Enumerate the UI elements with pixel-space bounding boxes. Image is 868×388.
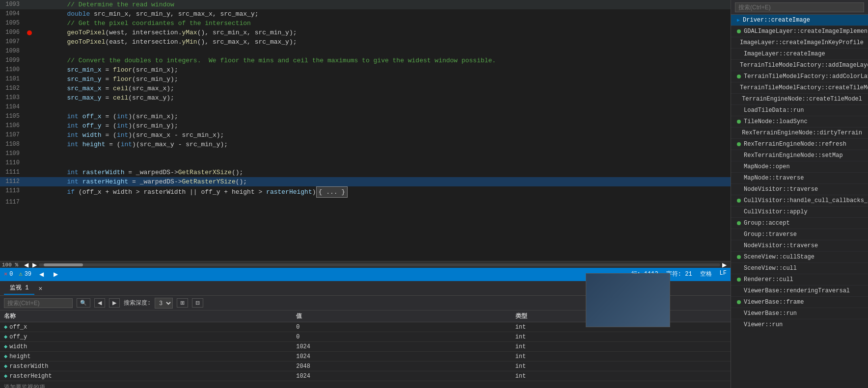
code-line: 1096 geoToPixel(west, intersection.yMax(… — [0, 28, 731, 37]
line-gutter — [25, 186, 34, 198]
callstack-item[interactable]: CullVisitor::apply — [731, 207, 868, 218]
watch-name: ◆height — [0, 352, 292, 362]
watch-value: 0 — [292, 322, 511, 332]
callstack-item[interactable]: RexTerrainEngineNode::dirtyTerrain — [731, 128, 868, 139]
watch-tab-1[interactable]: 监视 1 — [4, 282, 34, 295]
green-dot-indicator — [737, 300, 741, 304]
line-content: geoToPixel(east, intersection.yMin(), sr… — [34, 37, 731, 47]
line-content: src_max_y = ceil(src_max_y); — [34, 93, 731, 103]
watch-row[interactable]: ◆rasterWidth 2048 int — [0, 362, 731, 371]
line-gutter — [25, 28, 34, 37]
scroll-track[interactable] — [39, 263, 720, 266]
line-number: 1108 — [0, 140, 25, 149]
main-container: 1093 // Determine the read window1094 do… — [0, 0, 868, 388]
callstack-item[interactable]: ViewerBase::run — [731, 308, 868, 319]
callstack-item[interactable]: CullVisitor::handle_cull_callbacks_and_t… — [731, 195, 868, 207]
nav-prev-watch-btn[interactable]: ◀ — [94, 298, 105, 308]
callstack-item[interactable]: MapNode::open — [731, 161, 868, 173]
breakpoint-indicator[interactable] — [27, 30, 32, 35]
callstack-label: SceneView::cull — [744, 265, 797, 272]
line-gutter — [25, 0, 34, 9]
line-number: 1094 — [0, 9, 25, 19]
callstack-item[interactable]: Group::accept — [731, 218, 868, 229]
line-number: 1106 — [0, 121, 25, 130]
warning-icon: ⚠ — [19, 270, 22, 278]
callstack-item[interactable]: RexTerrainEngineNode::refresh — [731, 139, 868, 150]
right-search-input[interactable] — [735, 2, 864, 12]
code-view[interactable]: 1093 // Determine the read window1094 do… — [0, 0, 731, 261]
callstack-item[interactable]: ▶Driver::createImage — [731, 15, 868, 26]
line-content: int rasterWidth = _warpedDS->GetRasterXS… — [34, 168, 731, 177]
callstack-item[interactable]: Viewer::run — [731, 319, 868, 330]
callstack-label: ImageLayer::createImageInKeyProfile — [740, 39, 864, 46]
callstack-item[interactable]: TerrainEngineNode::createTileModel — [731, 94, 868, 105]
line-gutter — [25, 19, 34, 28]
callstack-item[interactable]: NodeVisitor::traverse — [731, 184, 868, 195]
line-content: int off_y = (int)(src_min_y); — [34, 121, 731, 130]
callstack-item[interactable]: Group::traverse — [731, 229, 868, 240]
callstack-list[interactable]: ▶Driver::createImageGDALImageLayer::crea… — [731, 15, 868, 330]
line-content — [34, 158, 731, 168]
callstack-item[interactable]: TileNode::loadSync — [731, 116, 868, 128]
callstack-label: TileNode::loadSync — [744, 118, 808, 125]
watch-search-input[interactable] — [4, 298, 73, 308]
green-dot-indicator — [737, 255, 741, 259]
right-panel-header — [731, 0, 868, 15]
scroll-thumb[interactable] — [44, 263, 83, 266]
error-count[interactable]: ✕ 0 — [4, 270, 13, 278]
watch-tab-close[interactable]: ✕ — [36, 284, 44, 293]
line-number: 1103 — [0, 93, 25, 103]
watch-icon: ◆ — [4, 353, 7, 360]
callstack-item[interactable]: RexTerrainEngineNode::setMap — [731, 150, 868, 161]
line-gutter — [25, 177, 34, 186]
watch-row[interactable]: ◆rasterHeight 1024 int — [0, 371, 731, 381]
search-btn[interactable]: 🔍 — [77, 298, 90, 308]
callstack-label: RexTerrainEngineNode::setMap — [744, 152, 843, 159]
collapse-btn[interactable]: ⊟ — [192, 298, 203, 308]
callstack-label: CullVisitor::apply — [744, 208, 808, 215]
watch-type: int — [512, 371, 731, 381]
spaces-label: 空格 — [700, 270, 712, 278]
warning-num: 39 — [25, 271, 31, 278]
callstack-item[interactable]: SceneView::cullStage — [731, 252, 868, 263]
expand-btn[interactable]: ⊞ — [177, 298, 188, 308]
callstack-label: MapNode::open — [744, 163, 790, 170]
callstack-item[interactable]: SceneView::cull — [731, 263, 868, 274]
line-gutter — [25, 140, 34, 149]
preview-overlay — [586, 273, 670, 327]
callstack-item[interactable]: ViewerBase::renderingTraversal — [731, 285, 868, 297]
callstack-label: TerrainTileModelFactory::addColorLayers — [744, 73, 868, 80]
callstack-item[interactable]: TerrainTileModelFactory::addColorLayers — [731, 71, 868, 82]
line-number: 1113 — [0, 186, 25, 198]
callstack-item[interactable]: ImageLayer::createImageInKeyProfile — [731, 37, 868, 49]
callstack-item[interactable]: GDALImageLayer::createImageImplementatio… — [731, 26, 868, 37]
watch-value: 1024 — [292, 342, 511, 352]
watch-row[interactable]: ◆height 1024 int — [0, 352, 731, 362]
callstack-label: LoadTileData::run — [744, 107, 804, 114]
line-number: 1111 — [0, 168, 25, 177]
callstack-item[interactable]: ViewerBase::frame — [731, 297, 868, 308]
callstack-item[interactable]: Renderer::cull — [731, 274, 868, 285]
nav-next-btn[interactable]: ▶ — [52, 270, 60, 279]
right-panel: ▶Driver::createImageGDALImageLayer::crea… — [731, 0, 868, 388]
watch-row[interactable]: ◆width 1024 int — [0, 342, 731, 352]
code-line: 1100 src_min_x = floor(src_min_x); — [0, 65, 731, 75]
add-watch-item[interactable]: 添加要监视的项 — [0, 381, 731, 388]
callstack-item[interactable]: TerrainTileModelFactory::addImageLayer — [731, 60, 868, 71]
callstack-item[interactable]: NodeVisitor::traverse — [731, 240, 868, 252]
warning-count[interactable]: ⚠ 39 — [19, 270, 31, 278]
depth-select[interactable]: 31245 — [155, 298, 173, 309]
callstack-item[interactable]: TerrainTileModelFactory::createTileModel — [731, 82, 868, 94]
code-line: 1105 int off_x = (int)(src_min_x); — [0, 112, 731, 121]
watch-name: ◆rasterWidth — [0, 362, 292, 371]
callstack-item[interactable]: ImageLayer::createImage — [731, 49, 868, 60]
code-line: 1104 — [0, 103, 731, 112]
code-line: 1112 int rasterHeight = _warpedDS->GetRa… — [0, 177, 731, 186]
scroll-bar[interactable]: 100 % ◀ ▶ ▶ — [0, 261, 731, 268]
callstack-item[interactable]: MapNode::traverse — [731, 173, 868, 184]
callstack-item[interactable]: LoadTileData::run — [731, 105, 868, 116]
nav-prev-btn[interactable]: ◀ — [37, 270, 46, 279]
watch-row[interactable]: ◆off_y 0 int — [0, 332, 731, 342]
nav-next-watch-btn[interactable]: ▶ — [109, 298, 120, 308]
code-line: 1109 — [0, 149, 731, 158]
